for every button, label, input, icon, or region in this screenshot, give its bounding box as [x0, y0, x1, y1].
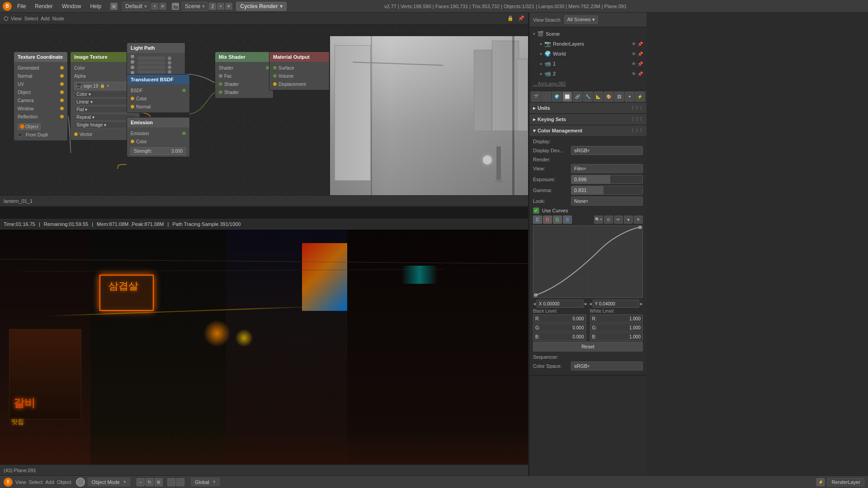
curve-close-btn[interactable]: ✕ — [634, 216, 643, 224]
tree-item-cam1[interactable]: ▸ 📹 1 👁 📌 — [529, 59, 646, 69]
node-texture-coordinate[interactable]: Texture Coordinate Generated Normal UV O… — [14, 52, 68, 141]
viewport-scene — [330, 36, 528, 207]
svg-point-9 — [639, 226, 642, 229]
prop-icon-world[interactable]: 🌍 — [552, 92, 561, 102]
transform-orientation[interactable]: Global ▾ — [191, 478, 220, 486]
scene-selector[interactable]: Scene ▾ — [182, 2, 208, 11]
snap-icon[interactable] — [167, 478, 175, 486]
reset-button[interactable]: Reset — [533, 342, 643, 352]
view-btn[interactable]: View — [533, 17, 544, 23]
prop-icon-data[interactable]: 📐 — [594, 92, 603, 102]
node-mix-body: Shader Fac Shader Shader — [215, 62, 273, 98]
tree-item-renderlayers[interactable]: ▸ 📷 RenderLayers 👁 📌 — [529, 39, 646, 49]
add-scene-btn[interactable]: + — [217, 3, 224, 10]
view-dropdown[interactable]: Film ▾ — [571, 164, 643, 173]
node-em-strength[interactable]: Strength: 3.000 — [131, 147, 186, 155]
bottom-view-btn[interactable]: View — [15, 479, 26, 485]
curve-dot-btn[interactable]: ● — [624, 216, 633, 224]
look-dropdown[interactable]: None ▾ — [571, 197, 643, 206]
menu-file[interactable]: File — [14, 2, 29, 10]
tree-item-scene[interactable]: ▾ 🎬 Scene — [529, 29, 646, 39]
prop-icon-constraints[interactable]: 🔗 — [573, 92, 582, 102]
tree-item-cam2[interactable]: ▸ 📹 2 👁 📌 — [529, 69, 646, 79]
engine-selector[interactable]: Cycles Render ▾ — [236, 2, 286, 11]
proportional-icon[interactable] — [176, 478, 184, 486]
color-space-row: Color Space: sRGB ▾ — [533, 361, 643, 371]
remove-scene-btn[interactable]: ✕ — [225, 3, 232, 10]
prop-icon-material[interactable]: 🎨 — [604, 92, 613, 102]
render-layer-display[interactable]: RenderLayer — [827, 478, 864, 486]
add-workspace-btn[interactable]: + — [151, 3, 158, 10]
all-scenes-btn[interactable]: All Scenes ▾ — [564, 15, 598, 24]
channel-c-btn[interactable]: C — [533, 216, 542, 224]
bottom-object-btn[interactable]: Object — [57, 479, 71, 485]
blender-icon: B — [3, 2, 12, 11]
use-curves-row[interactable]: ✓ Use Curves — [533, 207, 643, 214]
curve-y-arrow-left[interactable]: ◀ — [589, 302, 592, 306]
curve-y-field[interactable]: Y 0.04000 — [593, 300, 640, 308]
render-panel[interactable]: Time:01:16.75 | Remaining:01:59.55 | Mem… — [0, 207, 528, 475]
channel-r-btn[interactable]: R — [543, 216, 552, 224]
node-light-path[interactable]: Light Path — [127, 42, 185, 78]
mode-selector[interactable]: Object Mode ▾ — [88, 478, 130, 486]
black-g-field[interactable]: G: 0.000 — [533, 324, 586, 332]
top-bar: B File Render Window Help ⊞ Default ▾ + … — [0, 0, 868, 13]
rotate-icon[interactable]: ↻ — [146, 478, 154, 486]
move-icon[interactable]: ↔ — [137, 478, 145, 486]
curve-x-field[interactable]: X 0.00000 — [537, 300, 584, 308]
keying-sets-header[interactable]: ▸ Keying Sets ⋮⋮⋮ — [529, 114, 646, 125]
black-r-field[interactable]: R: 0.000 — [533, 314, 586, 323]
menu-window[interactable]: Window — [58, 2, 85, 10]
prop-icon-modifiers[interactable]: 🔧 — [583, 92, 593, 102]
white-b-field[interactable]: B: 1.000 — [590, 333, 643, 341]
node-material-output[interactable]: Material Output Surface Volume Displacem… — [269, 52, 337, 90]
node-editor[interactable]: ⬡ View Select Add Node 🔒 📌 — [0, 13, 528, 207]
units-header[interactable]: ▸ Units ⋮⋮⋮ — [529, 103, 646, 113]
prop-icon-physics[interactable]: ⚡ — [635, 92, 645, 102]
use-curves-checkbox[interactable]: ✓ — [533, 207, 539, 214]
curve-zoom-reset-btn[interactable]: ⊙ — [604, 216, 613, 224]
prop-icon-particles[interactable]: ✦ — [625, 92, 634, 102]
prop-icon-scene[interactable]: 🎥 — [542, 92, 551, 102]
bottom-add-btn[interactable]: Add — [45, 479, 54, 485]
prop-icon-render[interactable]: 🎬 — [531, 92, 541, 102]
tree-item-world[interactable]: ▸ 🌍 World 👁 📌 — [529, 49, 646, 59]
channel-g-btn[interactable]: G — [553, 216, 562, 224]
black-b-field[interactable]: B: 0.000 — [533, 333, 586, 341]
render-engine-icon[interactable]: ⚡ — [816, 478, 825, 486]
channel-b-btn[interactable]: B — [563, 216, 572, 224]
prop-icon-texture[interactable]: 🖼 — [614, 92, 624, 102]
viewport-3d[interactable] — [329, 36, 528, 207]
node-editor-header: ⬡ View Select Add Node 🔒 📌 — [0, 13, 528, 24]
curve-editor[interactable] — [533, 225, 643, 298]
curve-x-arrow-left[interactable]: ◀ — [533, 302, 536, 306]
curve-channel-bar: C R G B 🔍+ ⊙ ✏ ● ✕ — [533, 216, 643, 224]
prop-icon-object[interactable]: ⬜ — [562, 92, 572, 102]
color-management-header[interactable]: ▾ Color Management ⋮⋮⋮ — [529, 125, 646, 136]
node-mix-fac-in: Fac — [219, 72, 269, 80]
bottom-toolbar: B View Select Add Object Object Mode ▾ ↔… — [0, 475, 868, 488]
remove-workspace-btn[interactable]: ✕ — [159, 3, 166, 10]
white-r-field[interactable]: R: 1.000 — [590, 314, 643, 323]
curve-y-arrow-right[interactable]: ▶ — [640, 302, 643, 306]
gamma-row: Gamma: 0.831 — [533, 186, 643, 195]
node-emission[interactable]: Emission Emission Color Strength: — [127, 117, 190, 157]
white-g-field[interactable]: G: 1.000 — [590, 324, 643, 332]
curve-zoom-in-btn[interactable]: 🔍+ — [594, 216, 603, 224]
bottom-select-btn[interactable]: Select — [29, 479, 43, 485]
menu-render[interactable]: Render — [31, 2, 56, 10]
exposure-field[interactable]: 0.696 — [571, 175, 643, 184]
node-mix-shader[interactable]: Mix Shader Shader Fac Shader Shader — [215, 52, 274, 99]
menu-help[interactable]: Help — [86, 2, 105, 10]
scale-icon[interactable]: ⊞ — [155, 478, 163, 486]
display-device-dropdown[interactable]: sRGB ▾ — [571, 146, 643, 155]
node-translucent-bsdf[interactable]: Translucent BSDF BSDF Color Normal — [127, 74, 190, 113]
node-canvas[interactable]: Texture Coordinate Generated Normal UV O… — [0, 24, 528, 195]
sequencer-row: Sequencer: — [533, 354, 643, 360]
color-space-dropdown[interactable]: sRGB ▾ — [571, 361, 643, 371]
workspace-selector[interactable]: Default ▾ — [122, 2, 150, 11]
search-btn[interactable]: Search — [545, 17, 561, 23]
curve-pen-btn[interactable]: ✏ — [614, 216, 623, 224]
gamma-field[interactable]: 0.831 — [571, 186, 643, 195]
curve-x-arrow-right[interactable]: ▶ — [585, 302, 587, 306]
